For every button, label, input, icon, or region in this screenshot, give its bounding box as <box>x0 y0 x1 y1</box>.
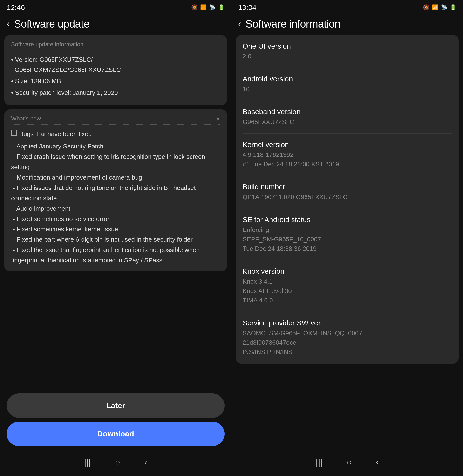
kernel-version-label: Kernel version <box>243 140 452 149</box>
status-bar-left: 12:46 🔕 📶 📡 🔋 <box>0 0 231 14</box>
left-panel: 12:46 🔕 📶 📡 🔋 ‹ Software update Software… <box>0 0 232 476</box>
bug-item-1: - Applied January Security Patch <box>11 141 220 152</box>
back-button-right[interactable]: ‹ <box>238 19 241 28</box>
update-info-card: Software update information • Version: G… <box>4 35 227 105</box>
recent-apps-icon-right[interactable]: ||| <box>316 457 322 467</box>
bug-item-9: - Fixed the issue that fingerprint authe… <box>11 245 220 265</box>
battery-icon: 🔋 <box>218 4 224 11</box>
security-patch-item: • Security patch level: January 1, 2020 <box>11 88 220 98</box>
bug-item-6: - Fixed sometimes no service error <box>11 214 220 224</box>
kernel-version-row: Kernel version 4.9.118-17621392#1 Tue De… <box>243 134 452 176</box>
update-info-list: • Version: G965FXXU7ZSLC/ G965FOXM7ZSLC/… <box>11 55 220 98</box>
knox-version-row: Knox version Knox 3.4.1Knox API level 30… <box>243 260 452 312</box>
bugs-fixed-label: Bugs that have been fixed <box>19 129 92 139</box>
checkbox-icon[interactable] <box>11 130 17 136</box>
page-title-left: Software update <box>14 18 89 30</box>
content-area-left: Software update information • Version: G… <box>0 35 231 387</box>
right-panel: 13:04 🔕 📶 📡 🔋 ‹ Software information One… <box>232 0 463 476</box>
wifi-icon: 📶 <box>200 4 207 11</box>
page-title-right: Software information <box>246 18 340 30</box>
page-header-right: ‹ Software information <box>232 14 463 35</box>
android-version-value: 10 <box>243 84 452 94</box>
se-android-value: EnforcingSEPF_SM-G965F_10_0007Tue Dec 24… <box>243 225 452 253</box>
whats-new-title-text: What's new <box>11 115 41 122</box>
page-header-left: ‹ Software update <box>0 14 231 35</box>
info-section-title-text: Software update information <box>11 41 83 48</box>
bug-item-2: - Fixed crash issue when setting to iris… <box>11 152 220 172</box>
collapse-icon[interactable]: ∧ <box>216 115 220 122</box>
service-provider-row: Service provider SW ver. SAOMC_SM-G965F_… <box>243 312 452 364</box>
whats-new-card: What's new ∧ Bugs that have been fixed -… <box>4 109 227 271</box>
knox-version-label: Knox version <box>243 267 452 275</box>
checkbox-bugs-fixed: Bugs that have been fixed <box>11 129 220 139</box>
build-number-label: Build number <box>243 183 452 191</box>
status-icons-left: 🔕 📶 📡 🔋 <box>191 4 224 11</box>
home-icon[interactable]: ○ <box>115 457 120 467</box>
kernel-version-value: 4.9.118-17621392#1 Tue Dec 24 18:23:00 K… <box>243 150 452 169</box>
signal-icon-right: 📡 <box>441 4 447 11</box>
bug-item-8: - Fixed the part where 6-digit pin is no… <box>11 234 220 245</box>
baseband-version-row: Baseband version G965FXXU7ZSLC <box>243 101 452 134</box>
buttons-area-left: Later Download <box>0 387 231 450</box>
bug-item-3: - Modification and improvement of camera… <box>11 172 220 183</box>
size-item: • Size: 139.06 MB <box>11 76 220 86</box>
whats-new-content: Bugs that have been fixed - Applied Janu… <box>11 129 220 265</box>
one-ui-value: 2.0 <box>243 52 452 61</box>
nav-bar-right: ||| ○ ‹ <box>232 450 463 476</box>
wifi-icon-right: 📶 <box>432 4 438 11</box>
baseband-version-value: G965FXXU7ZSLC <box>243 117 452 127</box>
bug-item-4: - Fixed issues that do not ring tone on … <box>11 183 220 203</box>
bug-item-7: - Fixed sometimes kernel kernel issue <box>11 224 220 234</box>
bug-item-5: - Audio improvement <box>11 203 220 214</box>
home-icon-right[interactable]: ○ <box>347 457 352 467</box>
mute-icon-right: 🔕 <box>423 4 429 11</box>
service-provider-value: SAOMC_SM-G965F_OXM_INS_QQ_000721d3f90736… <box>243 329 452 357</box>
android-version-row: Android version 10 <box>243 68 452 101</box>
mute-icon: 🔕 <box>191 4 198 11</box>
status-bar-right: 13:04 🔕 📶 📡 🔋 <box>232 0 463 14</box>
recent-apps-icon[interactable]: ||| <box>84 457 91 467</box>
se-android-row: SE for Android status EnforcingSEPF_SM-G… <box>243 209 452 260</box>
android-version-label: Android version <box>243 75 452 83</box>
back-nav-icon-right[interactable]: ‹ <box>376 457 379 467</box>
time-right: 13:04 <box>238 3 256 12</box>
signal-icon: 📡 <box>209 4 216 11</box>
build-number-value: QP1A.190711.020.G965FXXU7ZSLC <box>243 192 452 202</box>
status-icons-right: 🔕 📶 📡 🔋 <box>423 4 456 11</box>
build-number-row: Build number QP1A.190711.020.G965FXXU7ZS… <box>243 176 452 209</box>
back-nav-icon[interactable]: ‹ <box>144 457 147 467</box>
bug-items-list: - Applied January Security Patch - Fixed… <box>11 141 220 265</box>
nav-bar-left: ||| ○ ‹ <box>0 450 231 476</box>
version-item: • Version: G965FXXU7ZSLC/ G965FOXM7ZSLC/… <box>11 55 220 75</box>
download-button[interactable]: Download <box>7 422 224 446</box>
one-ui-row: One UI version 2.0 <box>243 35 452 68</box>
info-section-header: Software update information <box>11 41 220 50</box>
knox-version-value: Knox 3.4.1Knox API level 30TIMA 4.0.0 <box>243 277 452 305</box>
back-button-left[interactable]: ‹ <box>7 19 10 28</box>
later-button[interactable]: Later <box>7 394 224 418</box>
one-ui-label: One UI version <box>243 42 452 50</box>
se-android-label: SE for Android status <box>243 216 452 224</box>
time-left: 12:46 <box>7 3 25 12</box>
whats-new-header: What's new ∧ <box>11 115 220 125</box>
battery-icon-right: 🔋 <box>450 4 456 11</box>
software-info-card: One UI version 2.0 Android version 10 Ba… <box>236 35 459 364</box>
service-provider-label: Service provider SW ver. <box>243 319 452 327</box>
baseband-version-label: Baseband version <box>243 108 452 116</box>
right-content-area: One UI version 2.0 Android version 10 Ba… <box>232 35 463 450</box>
